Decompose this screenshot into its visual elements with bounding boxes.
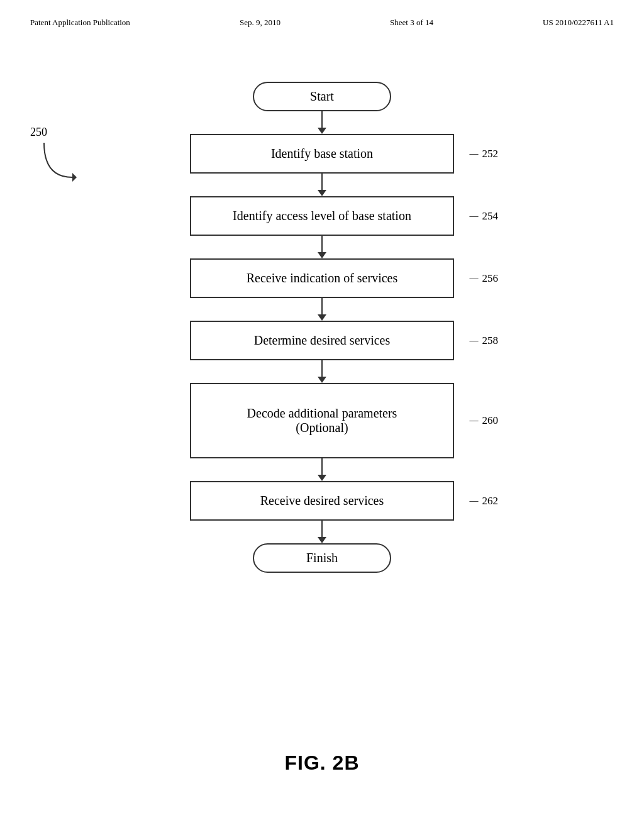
label-258: 258 — [470, 335, 499, 347]
label-260: 260 — [470, 414, 499, 427]
finish-box: Finish — [253, 543, 391, 573]
label-252: 252 — [470, 148, 499, 160]
arrow-252-to-254 — [318, 174, 326, 196]
label-254: 254 — [470, 210, 499, 223]
header-patent: US 2010/0227611 A1 — [543, 18, 614, 28]
header-date: Sep. 9, 2010 — [240, 18, 280, 28]
label-262: 262 — [470, 495, 499, 507]
header-sheet: Sheet 3 of 14 — [390, 18, 433, 28]
arrow-256-to-258 — [318, 298, 326, 321]
start-box: Start — [253, 82, 391, 111]
diagram-area: Start Identify base station 252 Identify… — [0, 82, 644, 573]
arrow-start-to-252 — [318, 111, 326, 134]
arrow-260-to-262 — [318, 458, 326, 481]
label-256: 256 — [470, 272, 499, 285]
arrow-262-to-finish — [318, 521, 326, 543]
arrow-258-to-260 — [318, 360, 326, 383]
arrow-254-to-256 — [318, 236, 326, 258]
box-254: Identify access level of base station 25… — [190, 196, 454, 236]
box-258: Determine desired services 258 — [190, 321, 454, 360]
figure-caption: FIG. 2B — [0, 751, 644, 775]
page-header: Patent Application Publication Sep. 9, 2… — [0, 0, 644, 28]
box-260: Decode additional parameters (Optional) … — [190, 383, 454, 458]
header-publication: Patent Application Publication — [30, 18, 130, 28]
box-252: Identify base station 252 — [190, 134, 454, 174]
flowchart: Start Identify base station 252 Identify… — [190, 82, 454, 573]
box-256: Receive indication of services 256 — [190, 258, 454, 298]
box-262: Receive desired services 262 — [190, 481, 454, 521]
